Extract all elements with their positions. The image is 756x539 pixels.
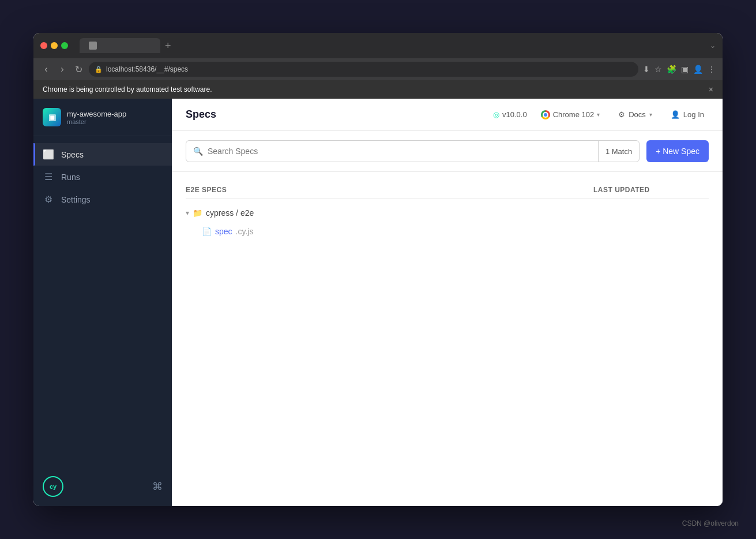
new-spec-button[interactable]: + New Spec (646, 140, 709, 162)
docs-label: Docs (629, 110, 646, 119)
spec-file-icon: 📄 (202, 227, 212, 236)
sidebar-footer: cy ⌘ (33, 467, 172, 506)
minimize-button[interactable] (51, 42, 58, 49)
login-icon: 👤 (671, 110, 680, 119)
cy-logo: cy (43, 476, 63, 497)
app-icon: ▣ (43, 108, 61, 126)
app-branch: master (67, 118, 126, 125)
docs-chevron-icon: ▾ (649, 111, 652, 118)
app-name: my-awesome-app (67, 110, 126, 118)
reload-button[interactable]: ↻ (73, 64, 84, 75)
docs-icon: ⚙ (618, 110, 625, 119)
app-content: ▣ my-awesome-app master ⬜ Specs ☰ Runs ⚙ (33, 99, 723, 506)
sidebar-item-settings[interactable]: ⚙ Settings (33, 188, 172, 211)
folder-icon: 📁 (193, 208, 202, 218)
automation-banner-text: Chrome is being controlled by automated … (43, 85, 212, 93)
specs-table-header: E2E specs Last updated (186, 181, 709, 199)
spec-file-name: spec (215, 227, 232, 236)
column-header-updated: Last updated (593, 186, 709, 194)
spec-row-spec-cy-js[interactable]: 📄 spec .cy.js (186, 222, 709, 241)
keyboard-shortcut-icon[interactable]: ⌘ (152, 480, 163, 493)
title-bar: + ⌄ (33, 33, 723, 58)
login-button[interactable]: 👤 Log In (666, 108, 709, 121)
forward-button[interactable]: › (57, 64, 68, 74)
page-title: Specs (186, 108, 482, 121)
runs-icon: ☰ (43, 171, 54, 182)
download-icon[interactable]: ⬇ (643, 65, 650, 74)
automation-banner: Chrome is being controlled by automated … (33, 80, 723, 99)
sidebar: ▣ my-awesome-app master ⬜ Specs ☰ Runs ⚙ (33, 99, 172, 506)
sidebar-header: ▣ my-awesome-app master (33, 99, 172, 136)
search-icon: 🔍 (193, 147, 203, 156)
sidebar-item-runs[interactable]: ☰ Runs (33, 166, 172, 188)
bookmark-icon[interactable]: ☆ (655, 65, 662, 74)
sidebar-item-settings-label: Settings (61, 195, 91, 204)
docs-button[interactable]: ⚙ Docs ▾ (614, 108, 657, 121)
back-button[interactable]: ‹ (40, 64, 52, 74)
specs-icon: ⬜ (43, 149, 54, 160)
browser-tab[interactable] (80, 38, 160, 53)
folder-chevron-icon: ▾ (186, 209, 189, 217)
window-collapse[interactable]: ⌄ (710, 42, 716, 50)
sidebar-nav: ⬜ Specs ☰ Runs ⚙ Settings (33, 136, 172, 467)
top-header: Specs ◎ v10.0.0 Chrome 102 ▾ ⚙ Docs ▾ (172, 99, 723, 131)
address-bar-actions: ⬇ ☆ 🧩 ▣ 👤 ⋮ (643, 65, 716, 74)
specs-content: E2E specs Last updated ▾ 📁 cypress / e2e… (172, 172, 723, 506)
sidebar-item-specs-label: Specs (61, 150, 84, 159)
specs-toolbar: 🔍 1 Match + New Spec (172, 131, 723, 172)
lock-icon: 🔒 (95, 66, 103, 73)
close-button[interactable] (40, 42, 47, 49)
browser-name: Chrome 102 (553, 110, 595, 119)
url-text: localhost:58436/__#/specs (106, 65, 188, 73)
sidebar-item-specs[interactable]: ⬜ Specs (33, 143, 172, 166)
tab-view-icon[interactable]: ▣ (681, 65, 689, 74)
profile-icon[interactable]: 👤 (693, 65, 703, 74)
attribution: CSDN @oliverdon (682, 519, 739, 527)
login-label: Log In (683, 110, 704, 119)
tab-favicon (89, 42, 97, 50)
folder-name: cypress / e2e (206, 208, 254, 218)
new-tab-button[interactable]: + (165, 40, 171, 52)
settings-icon: ⚙ (43, 194, 54, 205)
search-input-wrapper: 🔍 (186, 147, 598, 156)
traffic-lights (40, 42, 68, 49)
browser-selector[interactable]: Chrome 102 ▾ (536, 108, 605, 122)
menu-icon[interactable]: ⋮ (708, 65, 716, 74)
main-content: Specs ◎ v10.0.0 Chrome 102 ▾ ⚙ Docs ▾ (172, 99, 723, 506)
maximize-button[interactable] (61, 42, 68, 49)
search-container: 🔍 1 Match (186, 140, 640, 162)
extension-icon[interactable]: 🧩 (667, 65, 676, 74)
search-match-count: 1 Match (598, 141, 639, 162)
app-info: my-awesome-app master (67, 110, 126, 125)
header-right: ◎ v10.0.0 Chrome 102 ▾ ⚙ Docs ▾ 👤 (493, 108, 709, 122)
folder-row-cypress-e2e[interactable]: ▾ 📁 cypress / e2e (186, 204, 709, 222)
chevron-down-icon: ▾ (597, 111, 600, 118)
version-text: v10.0.0 (502, 110, 527, 119)
chrome-icon (541, 110, 550, 119)
url-bar[interactable]: 🔒 localhost:58436/__#/specs (89, 62, 638, 77)
sidebar-item-runs-label: Runs (61, 173, 80, 182)
banner-close-button[interactable]: × (709, 85, 713, 94)
version-button[interactable]: ◎ v10.0.0 (493, 110, 527, 119)
search-input[interactable] (208, 147, 591, 156)
version-icon: ◎ (493, 110, 499, 119)
column-header-spec: E2E specs (186, 186, 593, 194)
spec-file-ext: .cy.js (236, 227, 254, 236)
address-bar: ‹ › ↻ 🔒 localhost:58436/__#/specs ⬇ ☆ 🧩 … (33, 58, 723, 80)
tab-bar: + (80, 38, 705, 53)
app-icon-text: ▣ (48, 113, 56, 122)
